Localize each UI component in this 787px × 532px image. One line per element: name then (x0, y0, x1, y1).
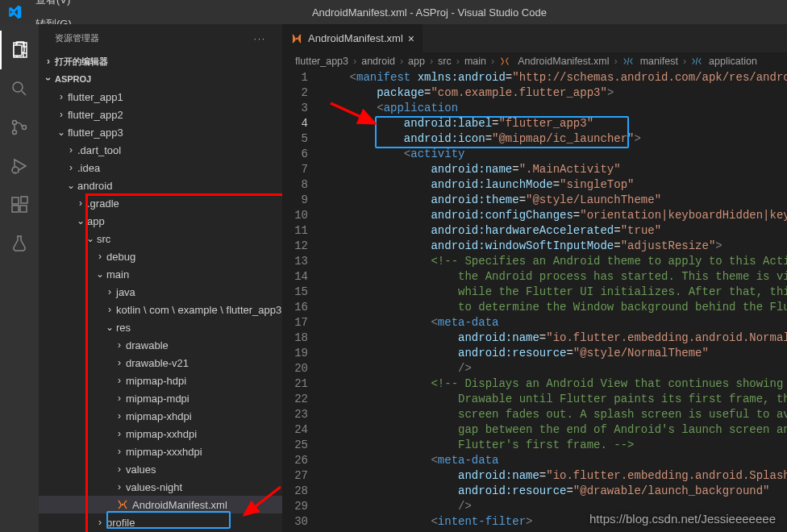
code-line[interactable]: android:name=".MainActivity" (323, 162, 787, 177)
code-line[interactable]: <!-- Displays an Android View that conti… (323, 376, 787, 392)
tree-label: profile (106, 517, 135, 529)
code-line[interactable]: screen fades out. A splash screen is use… (323, 407, 787, 422)
breadcrumb-item[interactable]: flutter_app3 (295, 56, 348, 67)
code-line[interactable]: gap between the end of Android's launch … (323, 422, 787, 438)
tree-row[interactable]: ›values-night (39, 478, 282, 496)
breadcrumb-item[interactable]: AndroidManifest.xml (518, 56, 609, 67)
code-line[interactable]: <activity (323, 147, 787, 162)
menu-item[interactable]: 查看(V) (29, 0, 78, 12)
explorer-icon[interactable] (0, 31, 39, 69)
tree-row[interactable]: AndroidManifest.xml (39, 496, 282, 513)
tree-row[interactable]: ›kotlin \ com \ example \ flutter_app3 (39, 301, 282, 318)
tree-row[interactable]: ›.dart_tool (39, 141, 282, 159)
breadcrumb-item[interactable]: manifest (640, 56, 678, 67)
sidebar-title: 资源管理器 ··· (39, 24, 282, 52)
code-line[interactable]: while the Flutter UI initializes. After … (323, 285, 787, 300)
open-editors-header[interactable]: ›打开的编辑器 (39, 52, 282, 70)
code-line[interactable]: /> (323, 499, 787, 514)
tree-row[interactable]: ›mipmap-hdpi (39, 372, 282, 389)
code-line[interactable]: android:resource="@style/NormalTheme" (323, 346, 787, 361)
source-control-icon[interactable] (0, 108, 39, 147)
more-icon[interactable]: ··· (254, 34, 266, 44)
tree-row[interactable]: ›drawable (39, 336, 282, 354)
code-line[interactable]: android:theme="@style/LaunchTheme" (323, 193, 787, 208)
code-line[interactable]: package="com.example.flutter_app3"> (323, 85, 787, 101)
code-line[interactable]: <meta-data (323, 453, 787, 468)
breadcrumb-item[interactable]: application (709, 56, 757, 67)
tree-label: mipmap-xhdpi (126, 410, 192, 422)
editor-tab-active[interactable]: AndroidManifest.xml × (282, 24, 423, 52)
code-line[interactable]: the Android process has started. This th… (323, 269, 787, 285)
tree-row[interactable]: ⌄res (39, 318, 282, 336)
code-line[interactable]: <intent-filter> (323, 514, 787, 530)
code-line[interactable]: Flutter's first frame. --> (323, 438, 787, 453)
code-content[interactable]: <manifest xmlns:android="http://schemas.… (323, 70, 787, 532)
breadcrumb-item[interactable]: android (361, 56, 395, 67)
close-icon[interactable]: × (408, 32, 414, 45)
code-line[interactable]: <!-- Specifies an Android theme to apply… (323, 254, 787, 269)
code-line[interactable]: <application (323, 101, 787, 116)
code-line[interactable]: android:configChanges="orientation|keybo… (323, 208, 787, 223)
tree-row[interactable]: ⌄src (39, 230, 282, 247)
tree-row[interactable]: ›mipmap-mdpi (39, 389, 282, 407)
line-number: 16 (282, 300, 308, 315)
tree-label: mipmap-xxxhdpi (126, 446, 202, 458)
tree-row[interactable]: ⌄app (39, 212, 282, 230)
svg-rect-7 (12, 197, 19, 204)
line-number: 1 (282, 70, 308, 85)
breadcrumb-item[interactable]: main (464, 56, 486, 67)
code-line[interactable]: Drawable until Flutter paints its first … (323, 392, 787, 407)
tree-row[interactable]: ›debug (39, 247, 282, 265)
chevron-icon: ⌄ (103, 322, 116, 333)
code-line[interactable]: android:hardwareAccelerated="true" (323, 223, 787, 239)
tree-row[interactable]: ›java (39, 283, 282, 301)
file-tree[interactable]: ›flutter_app1›flutter_app2⌄flutter_app3›… (39, 88, 282, 532)
code-line[interactable]: <manifest xmlns:android="http://schemas.… (323, 70, 787, 85)
tree-row[interactable]: ⌄android (39, 177, 282, 194)
tree-row[interactable]: ›values (39, 460, 282, 478)
testing-icon[interactable] (0, 224, 39, 263)
search-icon[interactable] (0, 69, 39, 108)
code-line[interactable]: android:icon="@mipmap/ic_launcher"> (323, 131, 787, 147)
tree-row[interactable]: ⌄flutter_app3 (39, 123, 282, 141)
tree-row[interactable]: ›mipmap-xxhdpi (39, 425, 282, 443)
tree-row[interactable]: ›.gradle (39, 194, 282, 212)
tree-row[interactable]: ›.idea (39, 159, 282, 177)
line-number: 14 (282, 269, 308, 285)
breadcrumb-separator: › (430, 56, 433, 67)
breadcrumbs[interactable]: flutter_app3›android›app›src›main›Androi… (282, 52, 787, 70)
xml-file-icon (499, 56, 513, 68)
symbol-icon (623, 56, 635, 68)
code-line[interactable]: android:label="flutter_app3" (323, 116, 787, 131)
line-number: 12 (282, 239, 308, 254)
code-line[interactable]: <meta-data (323, 315, 787, 330)
vscode-logo-icon (6, 4, 23, 20)
tree-row[interactable]: ›flutter_app2 (39, 106, 282, 123)
workspace-header[interactable]: ›ASPROJ (39, 70, 282, 88)
tree-row[interactable]: ›mipmap-xxxhdpi (39, 443, 282, 460)
tree-row[interactable]: ›profile (39, 513, 282, 531)
tree-label: .dart_tool (77, 144, 121, 156)
tree-row[interactable]: ›flutter_app1 (39, 88, 282, 106)
code-line[interactable]: android:name="io.flutter.embedding.andro… (323, 468, 787, 484)
tree-row[interactable]: ›drawable-v21 (39, 354, 282, 372)
chevron-icon: › (65, 162, 77, 173)
run-debug-icon[interactable] (0, 147, 39, 185)
tree-row[interactable]: ›mipmap-xhdpi (39, 407, 282, 425)
svg-rect-10 (21, 197, 27, 203)
code-line[interactable]: to determine the Window background behin… (323, 300, 787, 315)
code-line[interactable]: /> (323, 361, 787, 376)
code-line[interactable]: android:windowSoftInputMode="adjustResiz… (323, 239, 787, 254)
line-number: 13 (282, 254, 308, 269)
chevron-icon: › (65, 144, 77, 156)
code-line[interactable]: android:launchMode="singleTop" (323, 177, 787, 193)
breadcrumb-item[interactable]: app (408, 56, 425, 67)
tree-row[interactable]: ⌄main (39, 265, 282, 283)
breadcrumb-item[interactable]: src (438, 56, 452, 67)
code-line[interactable]: android:name="io.flutter.embedding.andro… (323, 330, 787, 346)
line-number: 5 (282, 131, 308, 147)
code-line[interactable]: android:resource="@drawable/launch_backg… (323, 484, 787, 499)
extensions-icon[interactable] (0, 185, 39, 224)
chevron-icon: › (103, 286, 116, 297)
xml-file-icon (290, 32, 303, 45)
